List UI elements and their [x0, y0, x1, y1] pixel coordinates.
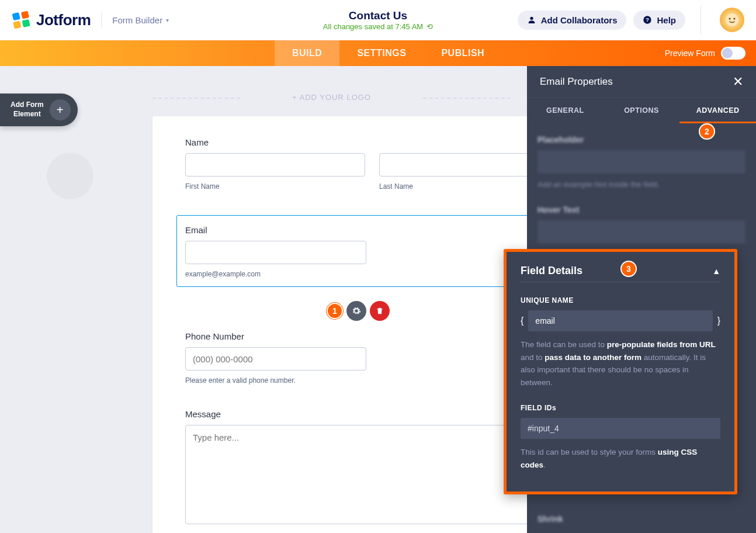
pass-data-link[interactable]: pass data to another form — [545, 353, 641, 362]
shrink-section-label: Shrink — [537, 514, 563, 524]
plus-icon: + — [50, 99, 71, 120]
annotation-2: 2 — [699, 123, 715, 140]
revert-icon[interactable]: ⟲ — [426, 22, 433, 31]
add-collaborators-button[interactable]: Add Collaborators — [518, 11, 627, 30]
phone-hint: Please enter a valid phone number. — [185, 376, 559, 385]
phone-input[interactable] — [185, 347, 366, 371]
svg-point-9 — [734, 18, 736, 20]
panel-header: Email Properties ✕ — [527, 66, 756, 98]
svg-point-7 — [726, 13, 738, 26]
help-label: Help — [657, 15, 676, 25]
main-tabs: BUILD SETTINGS PUBLISH Preview Form — [0, 40, 756, 66]
breadcrumb[interactable]: Form Builder ▾ — [112, 15, 169, 25]
toggle-icon[interactable] — [721, 47, 745, 60]
field-ids-section: FIELD IDs #input_4 This id can be used t… — [521, 404, 720, 471]
field-settings-button[interactable] — [346, 301, 366, 321]
avatar-icon — [724, 12, 740, 28]
header-right: Add Collaborators ? Help — [518, 5, 744, 34]
hover-label: Hover Text — [537, 205, 745, 214]
field-ids-label: FIELD IDs — [521, 404, 720, 412]
tab-settings[interactable]: SETTINGS — [339, 40, 424, 66]
logo-text: Jotform — [36, 11, 91, 29]
panel-tabs: GENERAL OPTIONS ADVANCED — [527, 98, 756, 123]
brace-open: { — [521, 316, 523, 326]
panel-title: Email Properties — [540, 76, 613, 88]
name-label: Name — [185, 137, 559, 147]
svg-point-4 — [530, 17, 533, 20]
message-field[interactable]: Message — [185, 409, 559, 527]
message-input[interactable] — [185, 425, 559, 524]
first-name-input[interactable] — [185, 153, 365, 176]
divider — [101, 12, 102, 28]
placeholder-label: Placeholder — [537, 135, 745, 144]
chevron-down-icon: ▾ — [166, 17, 169, 23]
ptab-options[interactable]: OPTIONS — [604, 98, 680, 123]
svg-rect-3 — [22, 19, 30, 27]
help-icon: ? — [643, 15, 652, 25]
breadcrumb-label: Form Builder — [112, 15, 162, 25]
email-hint: example@example.com — [185, 270, 559, 278]
field-ids-desc: This id can be used to style your forms … — [521, 446, 720, 471]
phone-field[interactable]: Phone Number Please enter a valid phone … — [185, 331, 559, 385]
person-icon — [527, 15, 536, 25]
close-icon[interactable]: ✕ — [733, 74, 743, 89]
field-details-callout: Field Details ▲ UNIQUE NAME { } The fiel… — [504, 249, 737, 494]
form-title-block: Contact Us All changes saved at 7:45 AM … — [323, 9, 433, 31]
unique-name-label: UNIQUE NAME — [521, 296, 720, 304]
svg-point-8 — [729, 18, 731, 20]
add-element-label: Add FormElement — [11, 101, 44, 119]
email-label: Email — [185, 225, 559, 235]
brace-close: } — [717, 316, 720, 326]
avatar[interactable] — [720, 8, 744, 32]
phone-label: Phone Number — [185, 331, 559, 341]
halo — [47, 153, 93, 199]
unique-name-input[interactable] — [528, 310, 712, 331]
form-title[interactable]: Contact Us — [323, 9, 433, 22]
first-name-sublabel: First Name — [185, 182, 365, 191]
unique-name-desc: The field can be used to pre-populate fi… — [521, 338, 720, 389]
tab-publish[interactable]: PUBLISH — [424, 40, 502, 66]
save-status-text: All changes saved at 7:45 AM — [323, 22, 423, 31]
field-details-title: Field Details — [521, 265, 582, 277]
message-label: Message — [185, 409, 559, 419]
field-delete-button[interactable] — [370, 301, 390, 321]
collab-label: Add Collaborators — [541, 15, 618, 25]
field-ids-value: #input_4 — [521, 418, 720, 439]
add-element-button[interactable]: Add FormElement + — [0, 94, 78, 126]
ptab-general[interactable]: GENERAL — [527, 98, 604, 123]
app-header: Jotform Form Builder ▾ Contact Us All ch… — [0, 0, 756, 40]
annotation-1: 1 — [327, 303, 343, 319]
logo[interactable]: Jotform — [12, 10, 91, 30]
preview-label: Preview Form — [665, 49, 715, 58]
preview-toggle[interactable]: Preview Form — [665, 40, 745, 66]
ptab-advanced[interactable]: ADVANCED — [679, 98, 756, 123]
email-input[interactable] — [185, 241, 366, 264]
placeholder-input[interactable] — [537, 150, 745, 174]
divider — [700, 5, 701, 34]
svg-rect-2 — [13, 20, 21, 29]
svg-rect-1 — [21, 11, 29, 19]
help-button[interactable]: ? Help — [633, 11, 685, 30]
logo-icon — [12, 10, 32, 30]
gear-icon — [352, 306, 361, 316]
hover-section: Hover Text — [537, 205, 745, 244]
name-field[interactable]: Name First Name Last Name — [185, 137, 559, 191]
chevron-up-icon[interactable]: ▲ — [712, 266, 720, 276]
add-logo-button[interactable]: + ADD YOUR LOGO — [152, 93, 511, 102]
prepopulate-link[interactable]: pre-populate fields from URL — [607, 340, 716, 349]
placeholder-section: Placeholder Add an example hint inside t… — [537, 135, 745, 190]
svg-text:?: ? — [646, 17, 650, 23]
hover-input[interactable] — [537, 220, 745, 244]
svg-rect-0 — [12, 12, 20, 20]
tab-build[interactable]: BUILD — [275, 40, 339, 66]
annotation-3: 3 — [620, 261, 637, 277]
placeholder-hint: Add an example hint inside the field. — [537, 179, 745, 190]
trash-icon — [376, 307, 384, 315]
save-status: All changes saved at 7:45 AM ⟲ — [323, 22, 433, 31]
unique-name-section: UNIQUE NAME { } The field can be used to… — [521, 296, 720, 389]
